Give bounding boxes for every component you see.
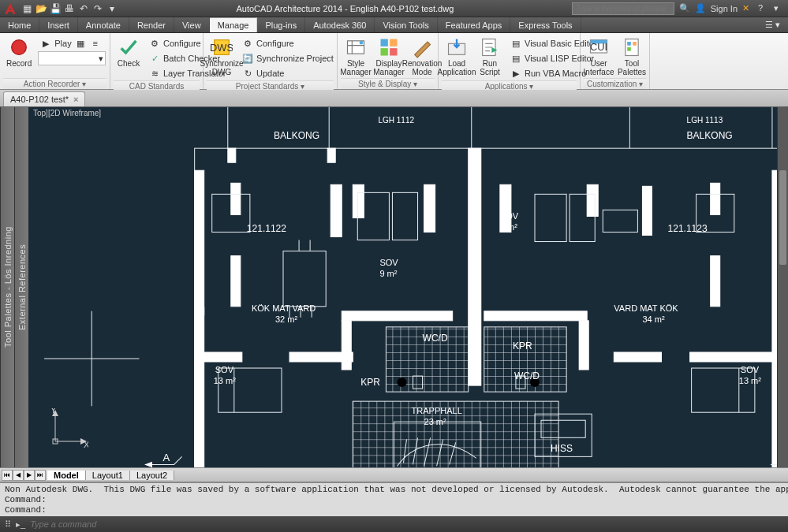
tab-view[interactable]: View <box>174 17 210 32</box>
room-balkong2: BALKONG <box>687 130 733 141</box>
tab-manage[interactable]: Manage <box>210 17 258 32</box>
svg-rect-70 <box>218 368 282 412</box>
sync-dwg-button[interactable]: DWS Synchronize DWG <box>207 35 237 78</box>
tab-home[interactable]: Home <box>0 17 39 32</box>
infocenter-icon[interactable]: 🔍 <box>679 3 690 14</box>
panel-customization: CUI User Interface Tool Palettes Customi… <box>581 33 650 89</box>
vertical-scrollbar[interactable] <box>777 107 788 467</box>
save-icon[interactable]: 💾 <box>49 2 62 15</box>
svg-rect-28 <box>327 148 335 162</box>
autocad-logo-icon <box>3 2 17 16</box>
plot-icon[interactable]: 🖶 <box>63 2 76 15</box>
signin-link[interactable]: Sign In <box>711 4 738 13</box>
layers-icon: ≋ <box>148 67 161 80</box>
renovation-button[interactable]: Renovation Mode <box>407 35 437 78</box>
document-tab-label: A40-P102 test* <box>10 95 69 104</box>
record-button[interactable]: Record <box>3 35 35 69</box>
layout-first-icon[interactable]: ⏮ <box>2 470 13 481</box>
chevron-down-icon[interactable]: ▾ <box>774 3 785 14</box>
titlebar: ▦ 📂 💾 🖶 ↶ ↷ ▾ AutoCAD Architecture 2014 … <box>0 0 788 17</box>
qat-dropdown-icon[interactable]: ▾ <box>106 2 118 15</box>
style-manager-button[interactable]: Style Manager <box>341 35 371 78</box>
play-button[interactable]: ▶Play▦≡ <box>38 36 106 50</box>
svg-rect-48 <box>690 352 782 362</box>
user-interface-button[interactable]: CUI User Interface <box>584 35 614 78</box>
ribbon-help-icon[interactable]: ☰ ▾ <box>757 17 788 32</box>
svg-rect-53 <box>283 251 326 307</box>
update-button[interactable]: ↻Update <box>240 66 335 80</box>
tab-visiontools[interactable]: Vision Tools <box>375 17 437 32</box>
svg-text:121.1123: 121.1123 <box>668 223 708 234</box>
configure2-button[interactable]: ⚙Configure <box>240 36 335 50</box>
drawing-canvas[interactable]: Top][2D Wireframe] BALKONG BALKONG LGH 1… <box>28 107 788 467</box>
svg-text:KPR: KPR <box>513 340 532 352</box>
room-lgh2: LGH 1113 <box>687 116 723 125</box>
command-handle-icon[interactable]: ⠿ <box>5 519 11 530</box>
svg-point-0 <box>12 40 27 55</box>
tab-plugins[interactable]: Plug-ins <box>257 17 305 32</box>
tab-render[interactable]: Render <box>129 17 174 32</box>
open-icon[interactable]: 📂 <box>35 2 47 15</box>
svg-text:SOV9 m²: SOV9 m² <box>379 258 398 278</box>
svg-rect-34 <box>424 184 435 232</box>
svg-rect-47 <box>579 321 588 370</box>
help-icon[interactable]: ? <box>758 3 769 14</box>
svg-text:KÖK MAT VARD32 m²: KÖK MAT VARD32 m² <box>252 303 316 324</box>
viewport-label[interactable]: Top][2D Wireframe] <box>33 109 101 117</box>
svg-rect-26 <box>195 170 204 467</box>
room-balkong1: BALKONG <box>274 130 319 141</box>
external-references-panel[interactable]: External References <box>14 107 28 467</box>
layout-prev-icon[interactable]: ◀ <box>13 470 24 481</box>
panel-project-standards: DWS Synchronize DWG ⚙Configure 🔄Synchron… <box>204 33 338 89</box>
svg-point-74 <box>397 378 406 387</box>
command-input[interactable] <box>30 519 783 529</box>
layout-1[interactable]: Layout1 <box>86 471 130 480</box>
search-input[interactable] <box>572 2 674 15</box>
command-area: Non Autodesk DWG. This DWG file was save… <box>0 482 788 532</box>
tab-autodesk360[interactable]: Autodesk 360 <box>305 17 375 32</box>
svg-rect-8 <box>390 48 397 55</box>
play-icon: ▶ <box>39 37 52 50</box>
layout-last-icon[interactable]: ⏭ <box>35 470 46 481</box>
exchange-icon[interactable]: ✕ <box>742 3 753 14</box>
svg-point-4 <box>360 41 364 45</box>
svg-rect-38 <box>289 352 353 362</box>
document-tab[interactable]: A40-P102 test* × <box>3 91 85 106</box>
tool-palettes-panel[interactable]: Tool Palettes - Lös Inredning <box>0 107 14 467</box>
check-button[interactable]: Check <box>114 35 144 69</box>
load-application-button[interactable]: Load Application <box>442 35 472 78</box>
gear-icon: ⚙ <box>148 37 161 50</box>
tab-featuredapps[interactable]: Featured Apps <box>438 17 511 32</box>
close-icon[interactable]: × <box>73 95 78 104</box>
layout-nav: ⏮ ◀ ▶ ⏭ <box>2 470 46 481</box>
tab-expresstools[interactable]: Express Tools <box>510 17 581 32</box>
undo-icon[interactable]: ↶ <box>77 2 90 15</box>
tab-insert[interactable]: Insert <box>39 17 78 32</box>
layout-2[interactable]: Layout2 <box>130 471 174 480</box>
panel-title-style-display[interactable]: Style & Display <box>341 78 435 89</box>
svg-rect-31 <box>353 184 364 218</box>
macro-select[interactable]: ▾ <box>38 51 106 65</box>
svg-rect-30 <box>231 183 241 214</box>
svg-rect-54 <box>535 194 566 241</box>
run-script-button[interactable]: Run Script <box>475 35 505 78</box>
tool-palettes-button[interactable]: Tool Palettes <box>617 35 647 78</box>
svg-rect-6 <box>390 39 397 47</box>
svg-text:SOV13 m²: SOV13 m² <box>739 365 761 385</box>
display-manager-button[interactable]: Display Manager <box>374 35 404 78</box>
layout-next-icon[interactable]: ▶ <box>24 470 35 481</box>
user-icon[interactable]: 👤 <box>695 3 706 14</box>
svg-rect-25 <box>469 148 481 385</box>
new-icon[interactable]: ▦ <box>21 2 33 15</box>
panel-title-action-recorder[interactable]: Action Recorder <box>3 78 106 89</box>
svg-rect-5 <box>381 39 388 47</box>
redo-icon[interactable]: ↷ <box>91 2 104 15</box>
svg-marker-94 <box>145 462 151 467</box>
svg-rect-56 <box>603 210 637 232</box>
svg-text:121.1122: 121.1122 <box>247 223 286 234</box>
layout-model[interactable]: Model <box>47 471 86 480</box>
panel-title-customization[interactable]: Customization <box>584 78 646 89</box>
sync-project-button[interactable]: 🔄Synchronize Project <box>240 51 335 65</box>
command-history[interactable]: Non Autodesk DWG. This DWG file was save… <box>0 483 788 516</box>
tab-annotate[interactable]: Annotate <box>78 17 129 32</box>
